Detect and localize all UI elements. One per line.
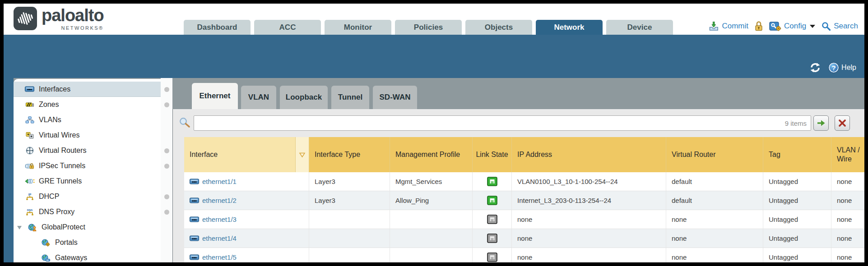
- interfaces-table: Interface Interface Type Management Prof…: [184, 137, 864, 262]
- tab-monitor[interactable]: Monitor: [325, 20, 391, 35]
- interface-cell: ethernet1/4: [184, 229, 309, 248]
- sidebar-item-virtual-wires[interactable]: Virtual Wires: [14, 128, 161, 143]
- column-menu-button[interactable]: [295, 137, 309, 172]
- sidebar-item-label: Virtual Wires: [39, 131, 79, 139]
- lock-icon[interactable]: [754, 21, 763, 32]
- help-button[interactable]: ? Help: [828, 62, 856, 73]
- ip-address-cell: none: [512, 229, 666, 248]
- search-icon: [821, 21, 831, 31]
- tree-expander-icon[interactable]: [16, 225, 23, 230]
- search-label: Search: [834, 22, 858, 31]
- table-row[interactable]: ethernet1/2 Layer3 Allow_Ping Internet_L…: [184, 191, 864, 210]
- sidebar-splitter[interactable]: [161, 78, 172, 262]
- svg-text:DNS: DNS: [27, 209, 32, 211]
- config-menu[interactable]: Config: [769, 21, 815, 32]
- tag-cell: Untagged: [763, 210, 831, 229]
- tab-acc[interactable]: ACC: [254, 20, 321, 35]
- commit-label: Commit: [722, 22, 748, 31]
- col-header-link-state[interactable]: Link State: [473, 137, 512, 172]
- svg-text:IP: IP: [28, 193, 31, 196]
- col-header-vlan-wire[interactable]: VLAN / Wire: [831, 137, 864, 172]
- tab-tunnel[interactable]: Tunnel: [331, 86, 369, 109]
- sidebar-item-ipsec-tunnels[interactable]: IPSec Tunnels: [14, 158, 161, 174]
- interface-link[interactable]: ethernet1/4: [202, 234, 237, 242]
- sidebar-item-dot: [164, 194, 169, 199]
- paloalto-logo-icon: [14, 7, 37, 30]
- vlan-wire-cell: none: [831, 229, 864, 248]
- interface-icon: [190, 179, 199, 184]
- help-icon: ?: [828, 62, 839, 73]
- sidebar-item-dot: [164, 148, 169, 153]
- tab-ethernet[interactable]: Ethernet: [192, 83, 238, 109]
- sidebar-item-gateways[interactable]: Gateways: [14, 250, 161, 262]
- sidebar-item-label: DHCP: [39, 193, 59, 201]
- tab-sdwan[interactable]: SD-WAN: [373, 86, 417, 109]
- main-content: Ethernet VLAN Loopback Tunnel SD-WAN 9 i…: [172, 78, 864, 262]
- close-icon: [838, 119, 847, 128]
- col-header-interface[interactable]: Interface: [184, 137, 309, 172]
- tab-device[interactable]: Device: [606, 20, 673, 35]
- table-row[interactable]: ethernet1/5 none none Untagged none: [184, 248, 864, 262]
- table-row[interactable]: ethernet1/3 none none Untagged none: [184, 210, 864, 229]
- help-label: Help: [841, 64, 856, 72]
- sidebar-item-globalprotect[interactable]: GlobalProtect: [14, 220, 161, 235]
- globalprotect-icon: [27, 223, 37, 231]
- virtual-router-cell: none: [666, 248, 763, 262]
- tab-vlan[interactable]: VLAN: [241, 86, 276, 109]
- interface-link[interactable]: ethernet1/3: [202, 216, 237, 223]
- brand-subtitle: NETWORKS®: [42, 25, 104, 31]
- sidebar-item-gre-tunnels[interactable]: GRE Tunnels: [14, 174, 161, 189]
- sidebar-item-label: Portals: [55, 238, 78, 247]
- interface-link[interactable]: ethernet1/1: [202, 178, 237, 185]
- sidebar-item-dhcp[interactable]: IP DHCP: [14, 189, 161, 204]
- management-profile-cell: [390, 229, 473, 248]
- interface-link[interactable]: ethernet1/2: [202, 197, 237, 204]
- top-tools: Commit: [708, 21, 858, 32]
- filter-field: 9 items: [194, 115, 811, 131]
- filter-input[interactable]: [194, 116, 785, 130]
- dhcp-icon: IP: [24, 193, 35, 201]
- zones-icon: [24, 101, 35, 108]
- tab-dashboard[interactable]: Dashboard: [184, 20, 251, 35]
- sidebar-item-virtual-routers[interactable]: Virtual Routers: [14, 143, 161, 158]
- col-header-interface-type[interactable]: Interface Type: [309, 137, 390, 172]
- col-header-tag[interactable]: Tag: [763, 137, 831, 172]
- sidebar-item-dns-proxy[interactable]: DNS DNS Proxy: [14, 204, 161, 220]
- col-header-virtual-router[interactable]: Virtual Router: [666, 137, 763, 172]
- apply-filter-button[interactable]: [813, 115, 829, 131]
- brand-name: paloalto: [42, 7, 104, 24]
- sidebar-item-portals[interactable]: Portals: [14, 235, 161, 250]
- col-header-ip-address[interactable]: IP Address: [512, 137, 666, 172]
- interface-link[interactable]: ethernet1/5: [202, 253, 237, 261]
- vlan-wire-cell: none: [831, 248, 864, 262]
- refresh-icon[interactable]: [809, 62, 821, 73]
- interface-cell: ethernet1/5: [184, 248, 309, 262]
- interface-icon: [190, 235, 199, 241]
- sidebar-item-zones[interactable]: Zones: [14, 97, 161, 112]
- tab-policies[interactable]: Policies: [395, 20, 462, 35]
- link-up-icon: [487, 177, 497, 186]
- sidebar-item-dot: [164, 102, 169, 107]
- tab-objects[interactable]: Objects: [465, 20, 532, 35]
- search-button[interactable]: Search: [821, 21, 858, 31]
- interface-type-tabs: Ethernet VLAN Loopback Tunnel SD-WAN: [172, 78, 864, 109]
- commit-icon: [708, 21, 719, 32]
- ethernet-panel: 9 items: [172, 109, 864, 262]
- sidebar-item-vlans[interactable]: VLANs: [14, 112, 161, 128]
- sidebar-item-label: VLANs: [39, 116, 61, 124]
- sidebar-nav: Interfaces Zones VLANs Virtual Wires: [14, 79, 161, 262]
- table-row[interactable]: ethernet1/4 none none Untagged none: [184, 229, 864, 248]
- table-row[interactable]: ethernet1/1 Layer3 Mgmt_Services VLAN010…: [184, 172, 864, 191]
- interface-type-cell: [309, 210, 390, 229]
- filter-bar: 9 items: [173, 109, 864, 137]
- tag-cell: Untagged: [763, 172, 831, 191]
- clear-filter-button[interactable]: [835, 115, 850, 131]
- tab-loopback[interactable]: Loopback: [280, 86, 328, 109]
- sidebar-item-interfaces[interactable]: Interfaces: [14, 82, 161, 97]
- sidebar-item-label: GlobalProtect: [42, 223, 85, 231]
- filter-search-icon: [179, 117, 191, 129]
- col-header-management-profile[interactable]: Management Profile: [390, 137, 473, 172]
- tab-network[interactable]: Network: [536, 20, 603, 35]
- commit-button[interactable]: Commit: [708, 21, 748, 32]
- link-state-cell: [473, 248, 512, 262]
